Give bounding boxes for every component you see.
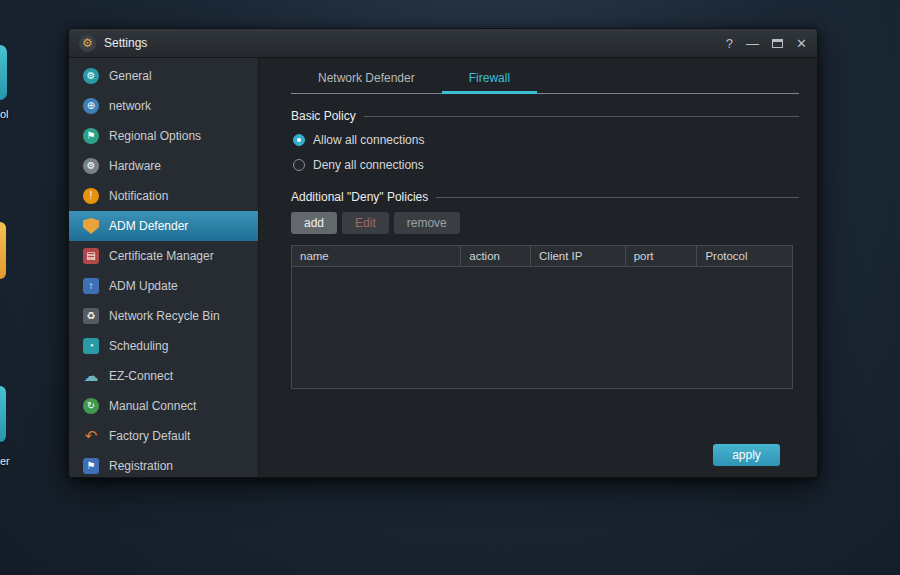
basic-policy-title-text: Basic Policy <box>291 109 356 123</box>
network-recycle-bin-icon: ♻ <box>83 308 99 324</box>
desktop-shortcut-label: ol <box>0 108 9 120</box>
desktop-shortcut-icon[interactable] <box>0 386 6 442</box>
sidebar-item-label: Factory Default <box>109 429 190 443</box>
ez-connect-icon: ☁ <box>83 368 99 384</box>
sidebar-item-registration[interactable]: ⚑Registration <box>69 451 258 478</box>
sidebar-item-label: Certificate Manager <box>109 249 214 263</box>
sidebar-item-adm-update[interactable]: ↑ADM Update <box>69 271 258 301</box>
minimize-button[interactable]: — <box>746 37 759 50</box>
sidebar-item-label: Registration <box>109 459 173 473</box>
tab-firewall[interactable]: Firewall <box>442 64 537 94</box>
sidebar-item-label: General <box>109 69 152 83</box>
titlebar[interactable]: ⚙ Settings ? — ✕ <box>69 29 817 58</box>
manual-connect-icon: ↻ <box>83 398 99 414</box>
help-button[interactable]: ? <box>726 37 733 50</box>
sidebar-item-label: Manual Connect <box>109 399 196 413</box>
sidebar-item-factory-default[interactable]: ↶Factory Default <box>69 421 258 451</box>
settings-gear-icon: ⚙ <box>79 35 96 52</box>
sidebar-item-scheduling[interactable]: ◔Scheduling <box>69 331 258 361</box>
maximize-button[interactable] <box>772 39 783 48</box>
adm-defender-icon <box>83 218 99 234</box>
sidebar-item-hardware[interactable]: ⚙Hardware <box>69 151 258 181</box>
column-header-protocol[interactable]: Protocol <box>697 246 792 266</box>
regional-options-icon: ⚑ <box>83 128 99 144</box>
sidebar-item-ez-connect[interactable]: ☁EZ-Connect <box>69 361 258 391</box>
deny-policies-section-title: Additional "Deny" Policies <box>291 190 799 204</box>
desktop-shortcut-icon[interactable] <box>0 222 6 279</box>
general-icon: ⚙ <box>83 68 99 84</box>
apply-button[interactable]: apply <box>713 444 780 466</box>
sidebar-item-network[interactable]: ⊕network <box>69 91 258 121</box>
content-pane: Network DefenderFirewall Basic Policy Al… <box>259 58 817 477</box>
sidebar-items: ⚙General⊕network⚑Regional Options⚙Hardwa… <box>69 58 259 477</box>
radio-option-label: Allow all connections <box>313 133 424 147</box>
radio-unselected-icon[interactable] <box>293 159 305 171</box>
factory-default-icon: ↶ <box>83 428 99 444</box>
radio-option-deny-all-connections[interactable]: Deny all connections <box>293 154 799 176</box>
scheduling-icon: ◔ <box>83 338 99 354</box>
sidebar-item-label: network <box>109 99 151 113</box>
basic-policy-section-title: Basic Policy <box>291 109 799 123</box>
sidebar-item-certificate-manager[interactable]: ▤Certificate Manager <box>69 241 258 271</box>
sidebar-item-label: ADM Update <box>109 279 178 293</box>
desktop-shortcut-label: er <box>0 455 10 467</box>
sidebar-item-network-recycle-bin[interactable]: ♻Network Recycle Bin <box>69 301 258 331</box>
sidebar-item-label: EZ-Connect <box>109 369 173 383</box>
column-header-port[interactable]: port <box>626 246 698 266</box>
policy-table-body[interactable] <box>292 267 792 388</box>
sidebar-item-general[interactable]: ⚙General <box>69 61 258 91</box>
tab-network-defender[interactable]: Network Defender <box>291 64 442 94</box>
column-header-client-ip[interactable]: Client IP <box>531 246 626 266</box>
sidebar-item-label: Scheduling <box>109 339 168 353</box>
tabbar: Network DefenderFirewall <box>291 64 799 94</box>
sidebar-item-label: Regional Options <box>109 129 201 143</box>
sidebar-item-notification[interactable]: !Notification <box>69 181 258 211</box>
window-body: ⚙General⊕network⚑Regional Options⚙Hardwa… <box>69 58 817 477</box>
policy-table-header: nameactionClient IPportProtocol <box>292 246 792 267</box>
radio-option-allow-all-connections[interactable]: Allow all connections <box>293 129 799 151</box>
sidebar-item-label: Hardware <box>109 159 161 173</box>
remove-button: remove <box>394 212 460 234</box>
adm-update-icon: ↑ <box>83 278 99 294</box>
window-title: Settings <box>104 36 147 50</box>
sidebar-item-manual-connect[interactable]: ↻Manual Connect <box>69 391 258 421</box>
edit-button: Edit <box>342 212 389 234</box>
column-header-action[interactable]: action <box>461 246 531 266</box>
registration-icon: ⚑ <box>83 458 99 474</box>
sidebar-item-adm-defender[interactable]: ADM Defender <box>69 211 258 241</box>
deny-policy-buttons: addEditremove <box>291 212 799 234</box>
certificate-manager-icon: ▤ <box>83 248 99 264</box>
radio-selected-icon[interactable] <box>293 134 305 146</box>
desktop-shortcut-icon[interactable] <box>0 45 7 100</box>
sidebar-item-label: Notification <box>109 189 168 203</box>
deny-policies-title-text: Additional "Deny" Policies <box>291 190 428 204</box>
basic-policy-options: Allow all connectionsDeny all connection… <box>291 129 799 176</box>
sidebar-item-label: ADM Defender <box>109 219 188 233</box>
radio-option-label: Deny all connections <box>313 158 424 172</box>
add-button[interactable]: add <box>291 212 337 234</box>
hardware-icon: ⚙ <box>83 158 99 174</box>
column-header-name[interactable]: name <box>292 246 461 266</box>
notification-icon: ! <box>83 188 99 204</box>
deny-policy-table: nameactionClient IPportProtocol <box>291 245 793 389</box>
sidebar-item-label: Network Recycle Bin <box>109 309 220 323</box>
sidebar-item-regional-options[interactable]: ⚑Regional Options <box>69 121 258 151</box>
network-icon: ⊕ <box>83 98 99 114</box>
close-button[interactable]: ✕ <box>796 37 807 50</box>
settings-window: ⚙ Settings ? — ✕ ⚙General⊕network⚑Region… <box>68 28 818 478</box>
